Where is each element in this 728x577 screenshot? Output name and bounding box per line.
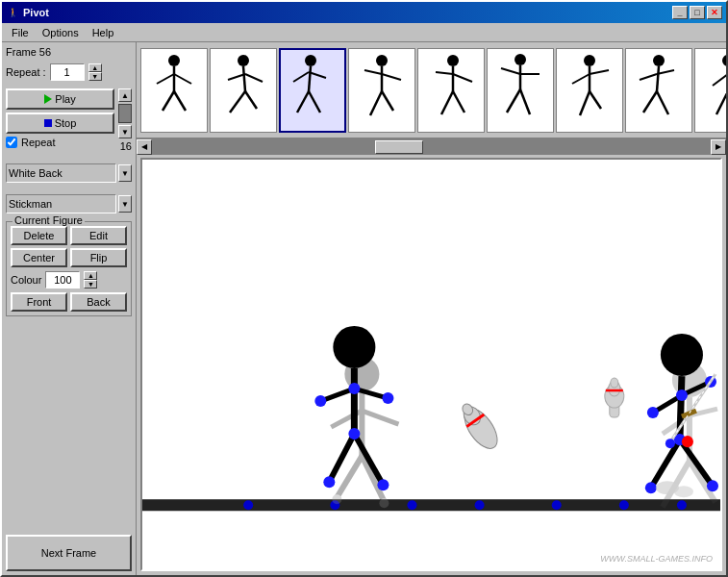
figure-button-grid: Delete Edit Center Flip: [11, 226, 127, 267]
repeat-checkbox[interactable]: [6, 137, 17, 148]
strip-scroll-track[interactable]: [152, 139, 711, 155]
svg-point-78: [382, 392, 393, 404]
svg-line-41: [590, 91, 601, 109]
title-bar-left: 🚶 Pivot: [6, 6, 49, 19]
svg-point-101: [645, 482, 657, 493]
svg-point-18: [376, 55, 388, 66]
svg-line-44: [640, 74, 657, 80]
whiteback-arrow[interactable]: ▼: [118, 164, 132, 182]
play-button[interactable]: Play: [6, 88, 114, 110]
svg-point-108: [682, 436, 693, 447]
svg-point-56: [243, 500, 253, 510]
svg-line-10: [230, 91, 245, 113]
svg-point-93: [661, 334, 703, 376]
svg-point-59: [475, 500, 485, 510]
maximize-button[interactable]: □: [690, 6, 705, 19]
stickman-dropdown[interactable]: Stickman: [6, 194, 116, 213]
frame-thumb-9[interactable]: [694, 48, 726, 133]
svg-point-79: [323, 476, 335, 488]
svg-point-62: [677, 500, 687, 510]
svg-line-52: [716, 91, 726, 114]
strip-scroll-right[interactable]: ▶: [711, 139, 726, 155]
stickman-arrow[interactable]: ▼: [118, 195, 132, 213]
svg-line-43: [657, 66, 659, 91]
svg-point-36: [584, 55, 595, 66]
svg-line-7: [243, 66, 245, 91]
svg-line-14: [293, 72, 309, 82]
menu-file[interactable]: File: [6, 25, 35, 40]
edit-button[interactable]: Edit: [70, 226, 127, 245]
delete-button[interactable]: Delete: [11, 226, 67, 245]
svg-point-58: [407, 500, 416, 510]
frame-thumb-2[interactable]: [210, 48, 277, 133]
stickman-label: Stickman: [9, 198, 52, 210]
svg-line-94: [680, 376, 682, 439]
svg-point-82: [348, 428, 360, 439]
repeat-label: Repeat :: [6, 66, 46, 78]
front-button[interactable]: Front: [11, 292, 67, 312]
strip-scroll-thumb[interactable]: [375, 140, 423, 154]
svg-line-2: [157, 74, 174, 84]
colour-spin-down[interactable]: ▼: [84, 280, 97, 288]
frame-strip-scroll[interactable]: [137, 42, 726, 138]
svg-line-20: [364, 70, 382, 74]
next-frame-label: Next Frame: [41, 547, 96, 559]
scroll-down-arrow[interactable]: ▼: [118, 125, 132, 138]
svg-line-8: [228, 74, 245, 80]
svg-point-102: [707, 480, 718, 491]
repeat-spin-down[interactable]: ▼: [88, 72, 102, 81]
frame-strip: [137, 42, 726, 138]
svg-rect-54: [142, 182, 720, 548]
svg-line-22: [370, 91, 382, 115]
repeat-checkbox-row: Repeat: [6, 137, 114, 148]
stickman-dropdown-row: Stickman ▼: [6, 194, 132, 213]
scroll-up-arrow[interactable]: ▲: [118, 88, 132, 102]
center-button[interactable]: Center: [11, 248, 67, 267]
repeat-spinbuttons: ▲ ▼: [88, 63, 102, 81]
colour-input[interactable]: 100: [45, 271, 80, 288]
minimize-button[interactable]: _: [672, 6, 688, 19]
svg-point-99: [647, 407, 659, 418]
play-stop-buttons: Play Stop Repeat: [6, 88, 114, 152]
svg-point-69: [332, 494, 341, 504]
svg-point-6: [238, 55, 249, 66]
repeat-count: 16: [118, 140, 132, 152]
svg-point-103: [676, 389, 688, 401]
canvas-area[interactable]: WWW.SMALL-GAMES.INFO: [140, 158, 722, 571]
flip-button[interactable]: Flip: [70, 248, 127, 267]
title-bar: 🚶 Pivot _ □ ✕: [2, 2, 726, 23]
frame-thumb-4[interactable]: [348, 48, 415, 133]
back-button[interactable]: Back: [70, 292, 127, 312]
colour-spin-up[interactable]: ▲: [84, 271, 97, 280]
stop-icon: [44, 119, 52, 127]
app-icon: 🚶: [6, 6, 19, 19]
current-figure-group: Current Figure Delete Edit Center Flip C…: [6, 221, 132, 316]
frame-thumb-5[interactable]: [417, 48, 485, 133]
close-button[interactable]: ✕: [707, 6, 722, 19]
colour-spin: ▲ ▼: [84, 271, 97, 288]
front-back-grid: Front Back: [11, 292, 127, 312]
svg-line-5: [174, 91, 186, 111]
next-frame-button[interactable]: Next Frame: [6, 535, 132, 571]
frame-thumb-7[interactable]: [556, 48, 623, 133]
main-content: Frame 56 Repeat : 1 ▲ ▼ Play: [2, 42, 726, 575]
stop-button[interactable]: Stop: [6, 113, 114, 134]
frame-thumb-3[interactable]: [279, 48, 346, 133]
watermark: WWW.SMALL-GAMES.INFO: [600, 554, 713, 564]
menu-options[interactable]: Options: [37, 25, 85, 40]
repeat-spin-up[interactable]: ▲: [88, 63, 102, 72]
svg-rect-55: [142, 499, 720, 511]
frame-thumb-6[interactable]: [487, 48, 554, 133]
svg-point-30: [515, 54, 526, 65]
frame-thumb-8[interactable]: [625, 48, 692, 133]
strip-scroll-left[interactable]: ◀: [137, 139, 152, 155]
svg-line-13: [309, 66, 311, 91]
svg-line-29: [453, 91, 464, 113]
frame-thumb-1[interactable]: [140, 48, 208, 133]
svg-line-39: [590, 70, 609, 74]
spacer2: [6, 187, 132, 190]
repeat-input[interactable]: 1: [50, 63, 85, 81]
whiteback-dropdown[interactable]: White Back: [6, 163, 116, 183]
menu-help[interactable]: Help: [87, 25, 120, 40]
svg-line-4: [163, 91, 174, 111]
